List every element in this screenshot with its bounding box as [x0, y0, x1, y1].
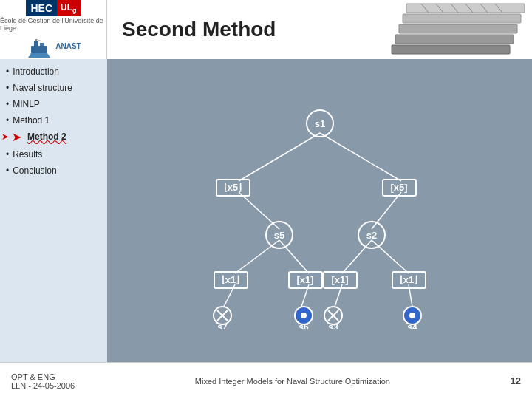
- bullet-conclusion: •: [6, 166, 9, 176]
- svg-rect-1: [34, 41, 38, 46]
- svg-line-20: [235, 240, 279, 273]
- svg-rect-0: [31, 46, 47, 53]
- svg-line-24: [372, 240, 409, 273]
- sidebar-label-method1: Method 1: [13, 115, 50, 126]
- sidebar: • Introduction • Naval structure • MINLP…: [0, 59, 107, 362]
- footer-date: LLN - 24-05-2006: [11, 381, 75, 390]
- svg-rect-2: [40, 43, 44, 46]
- svg-point-52: [301, 313, 307, 318]
- svg-line-17: [239, 133, 320, 181]
- school-name: École de Gestion de l'Université de Lièg…: [0, 17, 106, 32]
- svg-rect-7: [403, 14, 521, 23]
- tree-diagram: s1 s5 s2 ⌊x5⌋ [x5] ⌊x1⌋ [x1] [x1]: [165, 92, 475, 329]
- sidebar-item-method1[interactable]: • Method 1: [6, 115, 101, 126]
- bullet-minlp: •: [6, 99, 9, 109]
- svg-text:⌊x5⌋: ⌊x5⌋: [223, 182, 241, 193]
- footer-center: Mixed Integer Models for Naval Structure…: [195, 377, 390, 386]
- main-content: s1 s5 s2 ⌊x5⌋ [x5] ⌊x1⌋ [x1] [x1]: [107, 59, 532, 362]
- bullet-results: •: [6, 149, 9, 160]
- sidebar-label-results: Results: [13, 149, 42, 160]
- sidebar-label-method2: Method 2: [27, 132, 66, 142]
- decoration-top-right: [384, 0, 532, 58]
- sidebar-item-minlp[interactable]: • MINLP: [6, 99, 101, 109]
- svg-line-22: [372, 192, 401, 229]
- footer-page: 12: [511, 375, 521, 386]
- ul-logo: ULg: [57, 0, 81, 16]
- svg-text:s3: s3: [328, 322, 338, 329]
- svg-line-23: [342, 240, 372, 273]
- footer: OPT & ENG LLN - 24-05-2006 Mixed Integer…: [0, 362, 532, 399]
- sidebar-item-results[interactable]: • Results: [6, 149, 101, 160]
- bullet-method1: •: [6, 115, 9, 126]
- ship-icon: [25, 35, 53, 59]
- svg-text:⌊x1⌋: ⌊x1⌋: [221, 274, 239, 285]
- svg-line-18: [320, 133, 401, 181]
- sidebar-item-naval-structure[interactable]: • Naval structure: [6, 83, 101, 93]
- svg-text:s2: s2: [366, 230, 376, 241]
- svg-text:s4: s4: [407, 322, 417, 329]
- svg-line-21: [279, 240, 309, 273]
- svg-rect-9: [395, 35, 514, 44]
- bullet-method2: ➤: [12, 132, 21, 143]
- sidebar-item-method2[interactable]: ➤ Method 2: [6, 132, 101, 143]
- footer-left: OPT & ENG LLN - 24-05-2006: [11, 372, 75, 390]
- svg-text:s1: s1: [314, 118, 324, 129]
- bullet-introduction: •: [6, 66, 9, 77]
- svg-rect-8: [399, 24, 517, 33]
- logo-area: HEC ULg École de Gestion de l'Université…: [0, 0, 107, 59]
- hec-logo: HEC: [26, 0, 57, 16]
- footer-org: OPT & ENG: [11, 372, 75, 381]
- svg-text:s6: s6: [299, 322, 309, 329]
- sidebar-label-naval: Naval structure: [13, 83, 72, 93]
- sidebar-item-conclusion[interactable]: • Conclusion: [6, 166, 101, 176]
- tree-svg: s1 s5 s2 ⌊x5⌋ [x5] ⌊x1⌋ [x1] [x1]: [165, 92, 475, 329]
- svg-rect-6: [406, 4, 525, 13]
- header: HEC ULg École de Gestion de l'Université…: [0, 0, 532, 59]
- bullet-naval: •: [6, 83, 9, 93]
- svg-text:s7: s7: [217, 322, 228, 329]
- sidebar-item-introduction[interactable]: • Introduction: [6, 66, 101, 77]
- svg-text:⌊x1⌋: ⌊x1⌋: [399, 274, 417, 285]
- svg-text:[x1]: [x1]: [331, 274, 348, 285]
- sidebar-label-conclusion: Conclusion: [13, 166, 56, 176]
- svg-rect-10: [392, 45, 510, 54]
- svg-text:[x5]: [x5]: [390, 182, 407, 193]
- svg-text:[x1]: [x1]: [296, 274, 313, 285]
- page-title: Second Method: [122, 18, 276, 41]
- sidebar-label-introduction: Introduction: [13, 66, 59, 77]
- svg-text:s5: s5: [273, 230, 284, 241]
- sidebar-label-minlp: MINLP: [13, 99, 40, 109]
- svg-marker-3: [28, 53, 50, 58]
- svg-line-5: [36, 39, 41, 41]
- svg-point-59: [409, 313, 415, 318]
- anast-label: ANAST: [55, 42, 81, 50]
